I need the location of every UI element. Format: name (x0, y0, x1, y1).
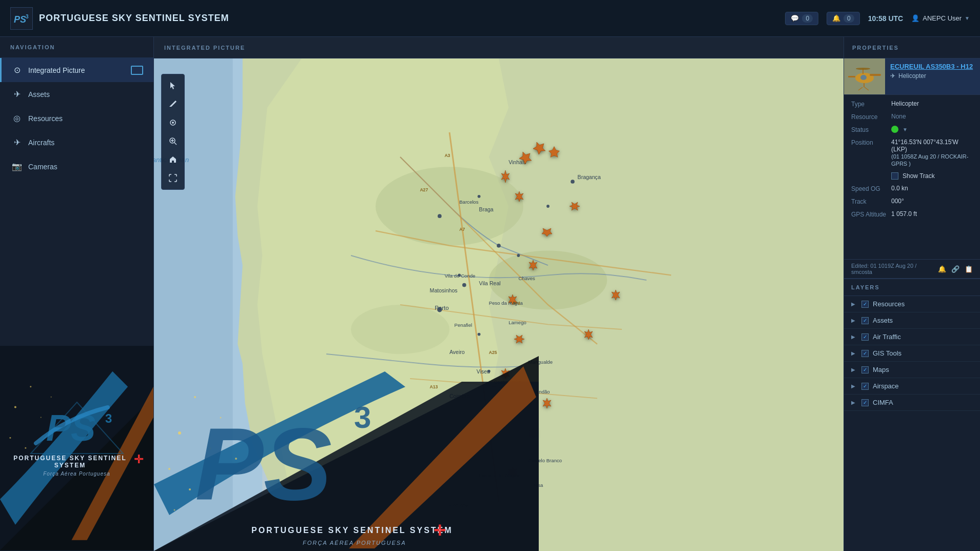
svg-text:Chaves: Chaves (518, 276, 535, 281)
position-row: Position 41°16.53'N 007°43.15'W (LKP) (0… (851, 139, 973, 167)
sidebar-item-resources[interactable]: ◎ Resources (0, 106, 153, 130)
svg-point-89 (856, 68, 870, 70)
layer-item-gis-tools[interactable]: ▶ GIS Tools (844, 345, 980, 362)
aircraft-marker[interactable] (512, 189, 526, 204)
logo-subtitle: Força Aérea Portuguesa (10, 471, 143, 477)
assets-icon: ✈ (12, 89, 22, 99)
portuguese-cross: ✛ (134, 453, 143, 466)
layer-chevron: ▶ (851, 301, 857, 307)
layer-item-resources[interactable]: ▶ Resources (844, 296, 980, 312)
chat-button[interactable]: 💬 0 (785, 12, 818, 25)
aircraft-marker[interactable] (526, 426, 540, 440)
svg-rect-87 (848, 76, 855, 77)
chevron-down-icon: ▼ (965, 15, 970, 21)
edit-tool[interactable] (165, 114, 181, 131)
layer-item-assets[interactable]: ▶ Assets (844, 312, 980, 329)
status-dropdown[interactable]: ▼ (903, 127, 908, 132)
svg-text:Castelo Branco: Castelo Branco (528, 458, 562, 463)
layer-item-cimfa[interactable]: ▶ CIMFA (844, 395, 980, 411)
status-row: Status ▼ (851, 126, 973, 133)
fullscreen-tool[interactable] (165, 170, 181, 186)
export-edit-icon[interactable]: 📋 (965, 265, 973, 273)
chat-icon: 💬 (791, 14, 799, 22)
svg-text:Lamego: Lamego (508, 320, 526, 325)
aircraft-marker[interactable] (533, 140, 547, 154)
sidebar-item-label: Assets (28, 90, 50, 99)
aircraft-marker[interactable] (547, 145, 561, 159)
aircraft-marker[interactable] (498, 366, 513, 381)
map-background: Bragança Vinhais Barcelos Braga Vila do … (154, 58, 844, 551)
user-display[interactable]: 👤 ANEPC User ▼ (911, 14, 970, 22)
sidebar-item-label: Integrated Picture (28, 66, 85, 74)
show-track-row: Show Track (891, 172, 973, 180)
show-track-label: Show Track (903, 172, 935, 180)
properties-header: Properties (844, 37, 980, 58)
layer-label-airspace: Airspace (873, 382, 973, 390)
status-value: ▼ (891, 126, 973, 133)
aircraft-marker[interactable] (540, 396, 554, 410)
svg-text:Fundão: Fundão (533, 389, 550, 395)
layer-checkbox-assets[interactable] (861, 317, 869, 324)
layer-chevron: ▶ (851, 350, 857, 356)
sidebar-item-integrated-picture[interactable]: ⊙ Integrated Picture (0, 58, 153, 82)
link-edit-icon[interactable]: 🔗 (951, 265, 959, 273)
sidebar-item-cameras[interactable]: 📷 Cameras (0, 154, 153, 179)
map-container[interactable]: Bragança Vinhais Barcelos Braga Vila do … (154, 58, 844, 551)
aircraft-marker[interactable] (498, 169, 513, 184)
svg-text:3: 3 (26, 14, 29, 19)
aircraft-marker[interactable] (526, 258, 540, 272)
layer-item-maps[interactable]: ▶ Maps (844, 362, 980, 378)
aircraft-marker[interactable] (505, 465, 520, 479)
aircraft-marker[interactable] (609, 288, 623, 302)
sidebar: Navigation ⊙ Integrated Picture ✈ Assets… (0, 37, 154, 551)
show-track-checkbox[interactable] (891, 172, 898, 180)
svg-text:Aveiro: Aveiro (449, 349, 465, 355)
layer-checkbox-gis-tools[interactable] (861, 350, 869, 357)
app-title: Portuguese Sky Sentinel System (39, 13, 229, 24)
sidebar-logo: PS 3 Portuguese Sky Sentinel System ✛ Fo… (0, 346, 153, 551)
status-label: Status (851, 126, 887, 133)
svg-point-30 (546, 205, 550, 208)
draw-tool[interactable] (165, 96, 181, 112)
layer-checkbox-maps[interactable] (861, 366, 869, 373)
layer-item-airspace[interactable]: ▶ Airspace (844, 378, 980, 395)
logo-content: PS 3 Portuguese Sky Sentinel System ✛ Fo… (0, 346, 153, 487)
layer-item-air-traffic[interactable]: ▶ Air Traffic (844, 329, 980, 345)
position-link[interactable]: 41°16.53'N 007°43.15'W (LKP) (891, 139, 958, 153)
aircraft-icon: ✈ (12, 137, 22, 147)
cursor-tool[interactable] (165, 77, 181, 94)
user-name: ANEPC User (923, 14, 962, 22)
svg-text:Portugal: Portugal (474, 428, 494, 434)
layer-label-maps: Maps (873, 366, 973, 373)
aircraft-marker[interactable] (512, 332, 526, 346)
home-tool[interactable] (165, 151, 181, 168)
aircraft-marker[interactable] (519, 150, 534, 164)
svg-point-21 (438, 214, 442, 218)
logo-area: PS 3 Portuguese Sky Sentinel System (10, 7, 229, 30)
speed-value: 0.0 kn (891, 185, 973, 192)
layer-checkbox-airspace[interactable] (861, 383, 869, 390)
layer-label-gis-tools: GIS Tools (873, 349, 973, 357)
zoom-tool[interactable] (165, 133, 181, 149)
svg-point-91 (860, 75, 867, 80)
layer-checkbox-cimfa[interactable] (861, 399, 869, 406)
type-label: Type (851, 100, 887, 108)
type-row: Type Helicopter (851, 100, 973, 108)
notification-button[interactable]: 🔔 0 (827, 12, 860, 25)
svg-point-20 (351, 305, 449, 354)
aircraft-marker[interactable] (581, 327, 596, 342)
layer-checkbox-air-traffic[interactable] (861, 333, 869, 341)
aircraft-marker[interactable] (505, 292, 520, 307)
layer-chevron: ▶ (851, 367, 857, 372)
aircraft-name-link[interactable]: ECUREUIL AS350B3 - H12 (890, 63, 975, 70)
bell-edit-icon[interactable]: 🔔 (938, 265, 946, 273)
svg-point-26 (478, 333, 481, 336)
sidebar-item-assets[interactable]: ✈ Assets (0, 82, 153, 106)
gps-row: GPS Altitude 1 057.0 ft (851, 210, 973, 218)
sidebar-item-aircrafts[interactable]: ✈ Aircrafts (0, 130, 153, 154)
layer-checkbox-resources[interactable] (861, 301, 869, 308)
aircraft-marker[interactable] (567, 199, 582, 213)
svg-point-31 (571, 180, 575, 184)
edit-bar: Edited: 01 1019Z Aug 20 / smcosta 🔔 🔗 📋 (844, 259, 980, 279)
aircraft-marker[interactable] (540, 224, 554, 238)
